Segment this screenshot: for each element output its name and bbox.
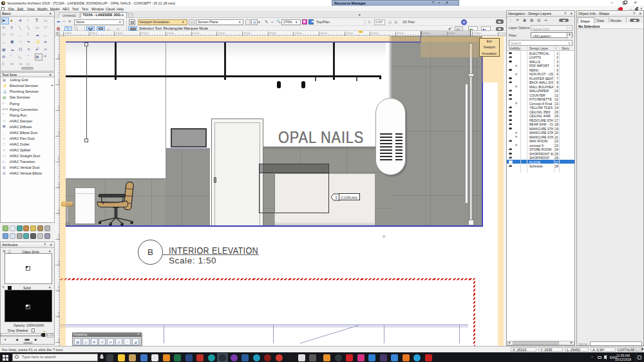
- svg-text:1: 1: [335, 195, 337, 200]
